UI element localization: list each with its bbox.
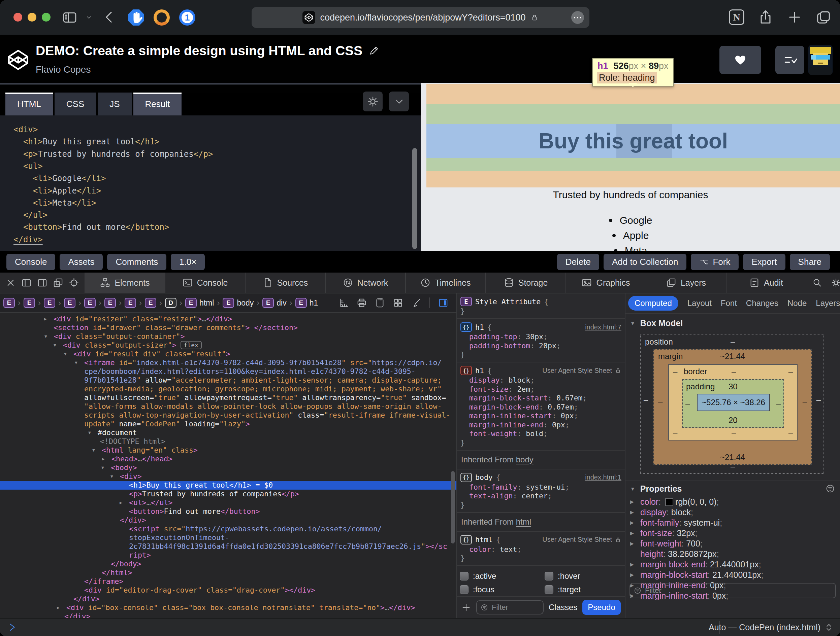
code-line[interactable]: <button>Find out more</button> <box>13 221 169 233</box>
editor-collapse-button[interactable] <box>389 91 409 112</box>
details-tab-font[interactable]: Font <box>721 299 737 308</box>
checkbox[interactable] <box>545 585 553 594</box>
box-margin-layer[interactable]: margin ~21.44 ~21.44 – – border – – – – … <box>654 349 812 465</box>
css-rule[interactable]: {}body{index.html:1font-family: system-u… <box>457 469 625 513</box>
breadcrumb-item[interactable]: E <box>44 298 55 308</box>
css-rule[interactable]: {}h1{index.html:7padding-top: 30px;paddi… <box>457 319 625 362</box>
close-icon[interactable] <box>5 278 16 288</box>
share-icon[interactable] <box>758 9 773 25</box>
code-line[interactable]: <li>Google</li> <box>13 172 106 184</box>
close-window-button[interactable] <box>13 13 22 22</box>
collapsed-arrow-icon[interactable]: ▶ <box>630 507 634 518</box>
tab-overview-icon[interactable] <box>816 9 831 25</box>
editor-scrollbar[interactable] <box>412 148 417 249</box>
expanded-arrow-icon[interactable]: ▼ <box>101 463 104 472</box>
dom-tree-row[interactable]: cpe/boomboom/index.html?editors=1100&key… <box>0 367 456 376</box>
collapsed-arrow-icon[interactable]: ▶ <box>630 528 634 538</box>
back-icon[interactable] <box>103 10 117 24</box>
editor-tab-html[interactable]: HTML <box>5 93 53 115</box>
pseudo-class-toggle-target[interactable]: :target <box>545 585 622 594</box>
crosshair-icon[interactable] <box>69 278 79 288</box>
dom-tree-row[interactable]: ▼<div> <box>0 472 456 481</box>
breadcrumb-item[interactable]: E <box>84 298 96 308</box>
dom-tree-row[interactable]: </body> <box>0 560 456 568</box>
address-bar[interactable]: codepen.io/flaviocopes/pen/abjpowY?edito… <box>252 7 589 28</box>
dom-tree-row[interactable]: update" name="CodePen" loading="lazy"> <box>0 420 456 428</box>
dom-tree-row[interactable]: </html> <box>0 568 456 577</box>
search-icon[interactable] <box>812 278 822 288</box>
grid-icon[interactable] <box>393 298 403 308</box>
breadcrumb-item-div[interactable]: Ediv <box>262 298 286 308</box>
inspector-tab-audit[interactable]: Audit <box>726 272 806 293</box>
inspector-tab-graphics[interactable]: Graphics <box>565 272 646 293</box>
expanded-arrow-icon[interactable]: ▼ <box>75 358 77 367</box>
code-line[interactable]: <li>Apple</li> <box>13 185 101 197</box>
comments-button[interactable]: Comments <box>107 254 166 270</box>
computed-property-row[interactable]: ▶color: rgb(0, 0, 0); <box>625 497 840 507</box>
flex-badge[interactable]: flex <box>180 341 202 349</box>
quick-console-bar[interactable]: Auto — CodePen (index.html) <box>0 618 840 636</box>
code-line[interactable]: <div> <box>13 123 38 135</box>
panel-right-icon[interactable] <box>37 278 47 288</box>
css-property[interactable]: margin-block-start: 0.67em; <box>460 394 621 403</box>
dom-tree-row[interactable]: ▼#document <box>0 428 456 437</box>
editor-settings-button[interactable] <box>363 91 383 112</box>
dom-tree-row[interactable]: scripts allow-top-navigation-by-user-act… <box>0 411 456 420</box>
details-tab-node[interactable]: Node <box>788 299 807 308</box>
dom-tree-row[interactable]: allowfullscreen="true" allowpaymentreque… <box>0 394 456 402</box>
breadcrumb-item-body[interactable]: Ebody <box>223 298 254 308</box>
css-property[interactable]: text-align: center; <box>460 492 621 501</box>
breadcrumb-item[interactable]: E <box>64 298 76 308</box>
dom-tree-row[interactable]: ▼<div class="output-sizer">flex <box>0 341 456 349</box>
edit-title-icon[interactable] <box>368 46 379 56</box>
css-property[interactable]: margin-block-end: 0.67em; <box>460 403 621 412</box>
rule-source-link[interactable]: index.html:7 <box>585 323 621 331</box>
dom-tree-row[interactable]: <!DOCTYPE html> <box>0 437 456 446</box>
collapsed-arrow-icon[interactable]: ▶ <box>630 497 634 507</box>
dom-tree-row[interactable]: ▶<div id="resizer" class="resizer">…</di… <box>0 315 456 323</box>
1-0--button[interactable]: 1.0× <box>171 254 205 270</box>
html-code-editor[interactable]: <div> <h1>Buy this great tool</h1> <p>Tr… <box>0 115 421 251</box>
dom-tree-row[interactable]: <button>Find out more</button> <box>0 507 456 516</box>
computed-property-row[interactable]: ▶font-family: system-ui; <box>625 518 840 528</box>
inspector-tab-sources[interactable]: Sources <box>245 272 325 293</box>
inspector-tab-layers[interactable]: Layers <box>646 272 726 293</box>
inspector-tab-storage[interactable]: Storage <box>485 272 565 293</box>
panel-blue-icon[interactable] <box>438 298 448 308</box>
css-property[interactable]: display: block; <box>460 376 621 385</box>
sidebar-chevron-icon[interactable] <box>85 14 93 21</box>
dom-tree-row[interactable]: ▶<div id="box-console" class="box box-co… <box>0 603 456 612</box>
console-button[interactable]: Console <box>6 254 55 270</box>
properties-menu-icon[interactable] <box>825 483 835 494</box>
password-manager-extension-icon[interactable]: 1 <box>179 9 195 25</box>
dom-tree-row[interactable]: </iframe> <box>0 577 456 586</box>
css-rule[interactable]: {}html{User Agent Style Sheetcolor: text… <box>457 532 625 566</box>
love-button[interactable] <box>719 46 761 74</box>
assets-button[interactable]: Assets <box>60 254 103 270</box>
dom-tree-scrollbar[interactable] <box>451 471 455 543</box>
code-line[interactable]: <ul> <box>13 160 43 172</box>
notion-extension-icon[interactable]: N <box>729 9 744 25</box>
dom-tree-row[interactable]: ▶<ul>…</ul> <box>0 498 456 507</box>
box-border-layer[interactable]: border – – – – – – padding 30 20 – – ~52… <box>668 364 797 441</box>
dom-tree-row[interactable]: 2c7831bb44f98c1391d6a4ffda0e1fd302503391… <box>0 542 456 551</box>
breadcrumb-item[interactable]: E <box>3 298 15 308</box>
dom-tree-row[interactable]: ▼<div class="output-container"> <box>0 332 456 341</box>
avatar[interactable] <box>808 45 832 75</box>
collapsed-arrow-icon[interactable]: ▶ <box>630 559 634 570</box>
dom-tree-row[interactable]: <section id="drawer" class="drawer comme… <box>0 323 456 332</box>
inherited-node-link[interactable]: html <box>516 517 531 526</box>
css-property[interactable]: padding-bottom: 20px; <box>460 342 621 351</box>
code-line[interactable]: <h1>Buy this great tool</h1> <box>13 135 159 148</box>
checkbox[interactable] <box>545 572 553 581</box>
pseudo-toggle-button[interactable]: Pseudo <box>582 600 621 615</box>
inspector-tab-timelines[interactable]: Timelines <box>405 272 485 293</box>
zoom-window-button[interactable] <box>42 13 51 22</box>
code-line[interactable]: <p>Trusted by hundreds of companies</p> <box>13 148 213 160</box>
computed-filter[interactable] <box>630 583 836 598</box>
editor-tab-js[interactable]: JS <box>98 93 131 115</box>
dom-tree-row[interactable]: ▼<div id="result_div" class="result"> <box>0 349 456 358</box>
dom-tree-row[interactable]: 9f7b01541e28" allow="accelerometer; ambi… <box>0 376 456 385</box>
page-more-icon[interactable]: ⋯ <box>571 11 584 24</box>
dom-tree-row[interactable]: ▼<body> <box>0 463 456 472</box>
